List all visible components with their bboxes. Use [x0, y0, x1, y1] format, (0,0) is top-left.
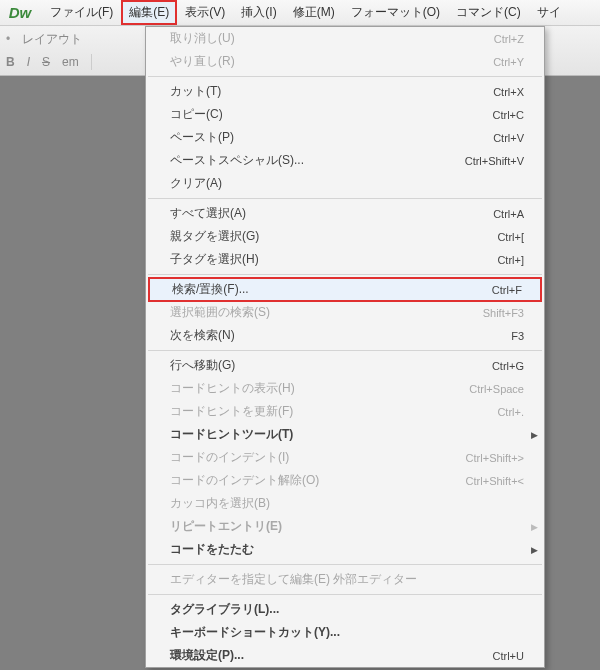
menu-item-label: やり直し(R) [170, 53, 235, 70]
edit-menu-dropdown: 取り消し(U)Ctrl+Zやり直し(R)Ctrl+Yカット(T)Ctrl+Xコピ… [145, 26, 545, 668]
menu-item-shortcut: F3 [511, 330, 524, 342]
strike-button[interactable]: S [42, 55, 50, 69]
menu-item-6[interactable]: ペーストスペシャル(S)...Ctrl+Shift+V [146, 149, 544, 172]
menu-item-1: やり直し(R)Ctrl+Y [146, 50, 544, 73]
menu-item-shortcut: Ctrl+F [492, 284, 522, 296]
toolbar-dot-icon: • [6, 32, 10, 46]
menu-item-21: コードのインデント(I)Ctrl+Shift+> [146, 446, 544, 469]
menu-item-shortcut: Shift+F3 [483, 307, 524, 319]
menu-item-shortcut: Ctrl+C [493, 109, 524, 121]
menu-item-15[interactable]: 次を検索(N)F3 [146, 324, 544, 347]
italic-button[interactable]: I [27, 55, 30, 69]
menu-item-label: 取り消し(U) [170, 30, 235, 47]
menu-item-label: 行へ移動(G) [170, 357, 235, 374]
menu-item-17[interactable]: 行へ移動(G)Ctrl+G [146, 354, 544, 377]
menu-item-shortcut: Ctrl+Shift+> [466, 452, 524, 464]
menu-item-shortcut: Ctrl+Y [493, 56, 524, 68]
menu-item-label: タグライブラリ(L)... [170, 601, 279, 618]
menu-item-shortcut: Ctrl+] [497, 254, 524, 266]
menu-item-label: 環境設定(P)... [170, 647, 244, 664]
menu-item-shortcut: Ctrl+Shift+< [466, 475, 524, 487]
menu-item-label: エディターを指定して編集(E) 外部エディター [170, 571, 417, 588]
menu-item-shortcut: Ctrl+X [493, 86, 524, 98]
menu-separator [148, 198, 542, 199]
menu-item-label: コードのインデント解除(O) [170, 472, 319, 489]
menu-view[interactable]: 表示(V) [177, 0, 233, 25]
menu-insert[interactable]: 挿入(I) [233, 0, 284, 25]
menu-command[interactable]: コマンド(C) [448, 0, 529, 25]
menu-item-label: カット(T) [170, 83, 221, 100]
menu-item-label: ペースト(P) [170, 129, 234, 146]
menu-item-27: エディターを指定して編集(E) 外部エディター [146, 568, 544, 591]
menu-item-20[interactable]: コードヒントツール(T)▶ [146, 423, 544, 446]
menu-item-label: コピー(C) [170, 106, 223, 123]
menu-item-label: すべて選択(A) [170, 205, 246, 222]
menu-modify[interactable]: 修正(M) [285, 0, 343, 25]
menu-item-shortcut: Ctrl+A [493, 208, 524, 220]
menu-item-label: コードヒントツール(T) [170, 426, 293, 443]
menu-item-10[interactable]: 親タグを選択(G)Ctrl+[ [146, 225, 544, 248]
menu-item-25[interactable]: コードをたたむ▶ [146, 538, 544, 561]
menu-item-23: カッコ内を選択(B) [146, 492, 544, 515]
menu-item-label: カッコ内を選択(B) [170, 495, 270, 512]
menu-item-3[interactable]: カット(T)Ctrl+X [146, 80, 544, 103]
menu-item-shortcut: Ctrl+Shift+V [465, 155, 524, 167]
menu-item-label: 親タグを選択(G) [170, 228, 259, 245]
menu-item-31[interactable]: 環境設定(P)...Ctrl+U [146, 644, 544, 667]
menu-file[interactable]: ファイル(F) [42, 0, 121, 25]
menu-item-19: コードヒントを更新(F)Ctrl+. [146, 400, 544, 423]
submenu-arrow-icon: ▶ [531, 522, 538, 532]
menu-item-shortcut: Ctrl+Z [494, 33, 524, 45]
menu-item-30[interactable]: キーボードショートカット(Y)... [146, 621, 544, 644]
em-button[interactable]: em [62, 55, 79, 69]
menu-item-18: コードヒントの表示(H)Ctrl+Space [146, 377, 544, 400]
menu-item-shortcut: Ctrl+U [493, 650, 524, 662]
menu-item-9[interactable]: すべて選択(A)Ctrl+A [146, 202, 544, 225]
menu-item-label: 検索/置換(F)... [172, 281, 249, 298]
menu-item-label: コードヒントを更新(F) [170, 403, 293, 420]
toolbar-separator [91, 54, 92, 70]
menu-site[interactable]: サイ [529, 0, 569, 25]
menu-item-14: 選択範囲の検索(S)Shift+F3 [146, 301, 544, 324]
menu-item-shortcut: Ctrl+. [497, 406, 524, 418]
submenu-arrow-icon: ▶ [531, 545, 538, 555]
menu-item-11[interactable]: 子タグを選択(H)Ctrl+] [146, 248, 544, 271]
menu-separator [148, 594, 542, 595]
menu-edit[interactable]: 編集(E) [121, 0, 177, 25]
menu-item-7[interactable]: クリア(A) [146, 172, 544, 195]
submenu-arrow-icon: ▶ [531, 430, 538, 440]
menu-item-24: リピートエントリ(E)▶ [146, 515, 544, 538]
menu-item-label: ペーストスペシャル(S)... [170, 152, 304, 169]
menu-item-label: キーボードショートカット(Y)... [170, 624, 340, 641]
menu-item-13[interactable]: 検索/置換(F)...Ctrl+F [148, 277, 542, 302]
menu-format[interactable]: フォーマット(O) [343, 0, 448, 25]
menu-item-4[interactable]: コピー(C)Ctrl+C [146, 103, 544, 126]
menu-item-5[interactable]: ペースト(P)Ctrl+V [146, 126, 544, 149]
toolbar-layout-label: レイアウト [22, 31, 82, 48]
menu-item-label: 子タグを選択(H) [170, 251, 259, 268]
menu-separator [148, 564, 542, 565]
menu-item-shortcut: Ctrl+Space [469, 383, 524, 395]
bold-button[interactable]: B [6, 55, 15, 69]
menu-item-label: 次を検索(N) [170, 327, 235, 344]
menu-item-label: コードのインデント(I) [170, 449, 289, 466]
menu-item-label: コードヒントの表示(H) [170, 380, 295, 397]
menu-item-label: リピートエントリ(E) [170, 518, 282, 535]
app-logo: Dw [4, 3, 36, 23]
menubar: Dw ファイル(F) 編集(E) 表示(V) 挿入(I) 修正(M) フォーマッ… [0, 0, 600, 26]
menu-separator [148, 76, 542, 77]
menu-item-29[interactable]: タグライブラリ(L)... [146, 598, 544, 621]
menu-item-shortcut: Ctrl+[ [497, 231, 524, 243]
menu-item-label: 選択範囲の検索(S) [170, 304, 270, 321]
menu-item-22: コードのインデント解除(O)Ctrl+Shift+< [146, 469, 544, 492]
menu-item-shortcut: Ctrl+G [492, 360, 524, 372]
menu-item-label: クリア(A) [170, 175, 222, 192]
menu-item-0: 取り消し(U)Ctrl+Z [146, 27, 544, 50]
menu-separator [148, 274, 542, 275]
menu-separator [148, 350, 542, 351]
menu-item-shortcut: Ctrl+V [493, 132, 524, 144]
menu-item-label: コードをたたむ [170, 541, 254, 558]
